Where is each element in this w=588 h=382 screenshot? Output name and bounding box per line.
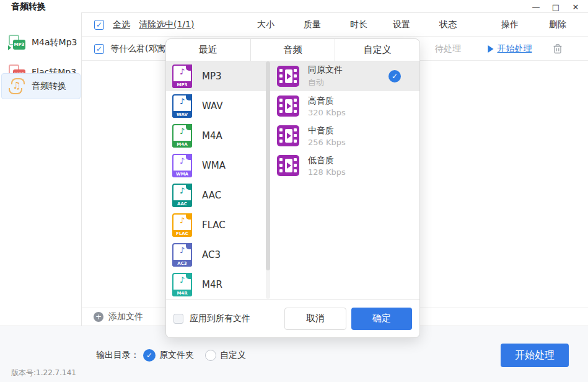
column-delete: 删除 — [549, 13, 566, 37]
sidebar-item-m4a-to-mp3[interactable]: MP3 M4a转Mp3 — [1, 30, 81, 56]
row-start-link[interactable]: 开始处理 — [498, 43, 532, 55]
clear-selected-link[interactable]: 清除选中(1/1) — [139, 19, 194, 30]
quality-subtitle: 320 Kbps — [308, 108, 346, 117]
play-icon — [488, 45, 494, 53]
radio-original-label[interactable]: 原文件夹 — [159, 350, 194, 361]
quality-subtitle: 自动 — [308, 77, 343, 88]
row-start-action[interactable]: 开始处理 — [488, 37, 532, 61]
quality-title: 同原文件 — [308, 64, 343, 76]
m4r-file-icon: ♪M4R — [172, 273, 192, 296]
quality-item-low[interactable]: 低音质 128 Kbps — [271, 151, 419, 180]
column-settings: 设置 — [393, 13, 410, 37]
column-status: 状态 — [439, 13, 457, 37]
scrollbar-track[interactable] — [266, 61, 270, 299]
audio-convert-icon: ♫ — [8, 78, 25, 95]
cancel-button[interactable]: 取消 — [284, 308, 346, 330]
format-item-wma[interactable]: ♪WMA WMA — [166, 151, 271, 180]
dialog-body: ♪MP3 MP3 ♪WAV WAV ♪M4A M4A — [166, 61, 419, 299]
media-quality-icon — [277, 125, 299, 146]
format-item-ac3[interactable]: ♪AC3 AC3 — [166, 240, 271, 270]
minimize-icon[interactable]: — — [529, 1, 543, 13]
tab-audio[interactable]: 音频 — [250, 39, 335, 61]
radio-custom-icon[interactable] — [205, 350, 216, 361]
dialog-tabs: 最近 音频 自定义 — [166, 39, 419, 61]
sidebar-item-label: M4a转Mp3 — [32, 37, 77, 48]
column-size: 大小 — [257, 13, 274, 37]
close-icon[interactable]: ✕ — [568, 1, 583, 13]
quality-list: 同原文件 自动 ✓ 高音质 320 Kbps — [271, 61, 419, 299]
tab-custom[interactable]: 自定义 — [335, 39, 419, 61]
status-badge: 待处理 — [435, 37, 461, 61]
format-item-wav[interactable]: ♪WAV WAV — [166, 91, 271, 121]
output-directory-label: 输出目录： — [96, 350, 139, 361]
sidebar-item-audio-convert[interactable]: ♫ 音频转换 — [1, 73, 81, 99]
format-item-flac[interactable]: ♪FLAC FLAC — [166, 210, 271, 240]
radio-original-checked-icon[interactable]: ✓ — [143, 349, 156, 362]
start-processing-button[interactable]: 开始处理 — [501, 344, 569, 367]
version-text: 版本号:1.22.7.141 — [11, 368, 76, 378]
quality-item-high[interactable]: 高音质 320 Kbps — [271, 91, 419, 121]
add-file-label[interactable]: 添加文件 — [108, 311, 143, 322]
quality-item-medium[interactable]: 中音质 256 Kbps — [271, 121, 419, 151]
list-header: ✓ 全选 清除选中(1/1) 大小 质量 时长 设置 状态 操作 删除 — [82, 13, 588, 37]
quality-subtitle: 256 Kbps — [308, 138, 346, 147]
media-quality-icon — [277, 66, 299, 87]
aac-file-icon: ♪AAC — [172, 184, 192, 207]
column-duration: 时长 — [350, 13, 367, 37]
app-window: 音频转换 — □ ✕ MP3 M4a转Mp3 MP3 Flac转Mp3 — [0, 0, 588, 382]
titlebar: 音频转换 — □ ✕ — [0, 0, 588, 14]
format-item-mp3[interactable]: ♪MP3 MP3 — [166, 61, 271, 91]
column-quality: 质量 — [304, 13, 321, 37]
maximize-icon[interactable]: □ — [548, 1, 563, 13]
format-item-m4a[interactable]: ♪M4A M4A — [166, 121, 271, 151]
sidebar: MP3 M4a转Mp3 MP3 Flac转Mp3 ♫ 音频转换 — [0, 14, 81, 326]
delete-button[interactable] — [553, 37, 563, 61]
m4a-file-icon: ♪M4A — [172, 124, 192, 148]
format-dialog: 最近 音频 自定义 ♪MP3 MP3 ♪WAV WAV — [165, 38, 420, 338]
quality-title: 中音质 — [308, 125, 346, 136]
dialog-footer: 应用到所有文件 取消 确定 — [166, 299, 419, 337]
quality-title: 低音质 — [308, 155, 346, 166]
format-item-aac[interactable]: ♪AAC AAC — [166, 180, 271, 210]
quality-item-original[interactable]: 同原文件 自动 ✓ — [271, 61, 419, 91]
row-checkbox[interactable]: ✓ — [94, 44, 104, 54]
quality-subtitle: 128 Kbps — [308, 167, 346, 177]
trash-icon — [553, 43, 563, 54]
column-operation: 操作 — [501, 13, 519, 37]
flac-file-icon: ♪FLAC — [172, 213, 192, 237]
sidebar-item-label: 音频转换 — [32, 81, 66, 92]
wav-file-icon: ♪WAV — [172, 94, 192, 118]
selected-check-icon: ✓ — [388, 70, 401, 82]
format-item-m4r[interactable]: ♪M4R M4R — [166, 270, 271, 300]
file-convert-icon: MP3 — [8, 34, 25, 51]
window-title: 音频转换 — [11, 1, 46, 12]
wma-file-icon: ♪WMA — [172, 154, 192, 177]
select-all-link[interactable]: 全选 — [113, 19, 130, 30]
scrollbar-thumb[interactable] — [266, 61, 270, 270]
window-controls: — □ ✕ — [529, 0, 583, 14]
apply-all-checkbox[interactable] — [173, 314, 183, 324]
output-directory-row: 输出目录： ✓ 原文件夹 自定义 — [96, 349, 253, 362]
ac3-file-icon: ♪AC3 — [172, 243, 192, 267]
ok-button[interactable]: 确定 — [351, 308, 412, 330]
quality-title: 高音质 — [308, 96, 346, 107]
add-file-icon[interactable]: + — [94, 312, 103, 322]
tab-recent[interactable]: 最近 — [166, 39, 250, 61]
format-list: ♪MP3 MP3 ♪WAV WAV ♪M4A M4A — [166, 61, 271, 299]
media-quality-icon — [277, 155, 299, 176]
select-all-checkbox[interactable]: ✓ — [94, 20, 104, 30]
radio-custom-label[interactable]: 自定义 — [220, 350, 246, 361]
mp3-file-icon: ♪MP3 — [172, 64, 192, 88]
apply-all-label: 应用到所有文件 — [190, 313, 250, 324]
media-quality-icon — [277, 96, 299, 117]
